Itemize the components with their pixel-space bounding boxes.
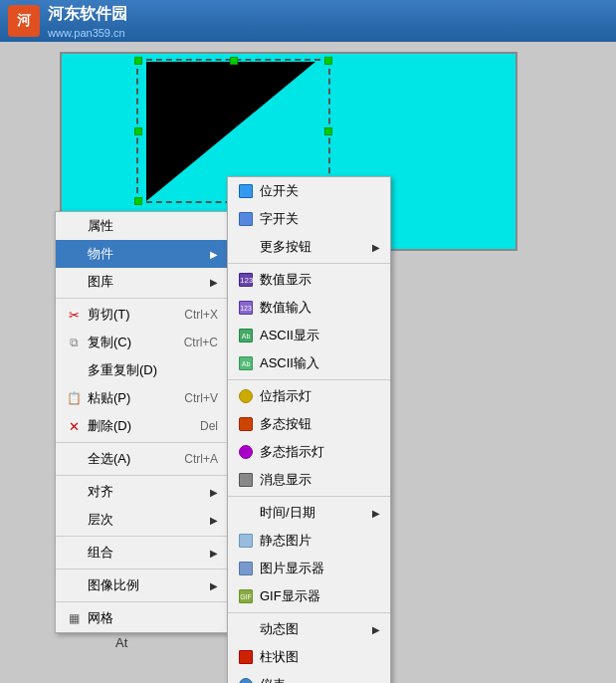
app-title: 河东软件园 xyxy=(48,4,127,25)
handle-tm[interactable] xyxy=(230,57,238,65)
menu-item-bit-lamp[interactable]: 位指示灯 xyxy=(228,382,390,410)
image-viewer-icon xyxy=(238,561,254,576)
multi-button-icon xyxy=(238,416,254,432)
multi-copy-icon xyxy=(66,362,82,378)
menu-item-library[interactable]: 图库 ▶ xyxy=(56,268,228,296)
ascii-display-icon: Ab xyxy=(238,328,254,343)
menu-item-bit-switch[interactable]: 位开关 xyxy=(228,177,390,205)
menu-item-image-scale[interactable]: 图像比例 ▶ xyxy=(56,571,228,599)
menu-item-ascii-display[interactable]: Ab ASCII显示 xyxy=(228,322,390,349)
menu-item-message-display[interactable]: 消息显示 xyxy=(228,466,390,494)
header-bar: 河 河东软件园 www.pan359.cn xyxy=(0,0,616,42)
menu-item-group[interactable]: 组合 ▶ xyxy=(56,539,228,567)
menu-item-meter[interactable]: 仪表 xyxy=(228,671,390,683)
group-icon xyxy=(66,545,82,561)
image-scale-icon xyxy=(66,577,82,593)
sep5 xyxy=(56,569,228,569)
dynamic-chart-icon xyxy=(238,621,254,637)
message-icon xyxy=(238,472,254,488)
menu-item-layer[interactable]: 层次 ▶ xyxy=(56,506,228,534)
word-switch-icon xyxy=(238,211,254,227)
left-context-menu: 属性 物件 ▶ 图库 ▶ ✂ 剪切(T) Ctrl+X ⧉ 复制(C) Ctrl… xyxy=(55,211,229,633)
more-buttons-arrow: ▶ xyxy=(372,242,380,253)
handle-tl[interactable] xyxy=(134,57,142,65)
right-context-menu: 位开关 字开关 更多按钮 ▶ 123 数值显示 123 数值输入 Ab ASCI… xyxy=(227,176,391,683)
menu-item-gif-viewer[interactable]: GIF GIF显示器 xyxy=(228,582,390,610)
menu-item-bar-chart[interactable]: 柱状图 xyxy=(228,643,390,671)
scissors-icon: ✂ xyxy=(66,307,82,323)
select-all-icon xyxy=(66,451,82,467)
library-icon xyxy=(66,274,82,290)
align-arrow: ▶ xyxy=(210,487,218,498)
menu-item-time-date[interactable]: 时间/日期 ▶ xyxy=(228,499,390,527)
app-subtitle: www.pan359.cn xyxy=(48,27,127,39)
image-scale-arrow: ▶ xyxy=(210,580,218,591)
sep1 xyxy=(56,298,228,299)
bar-chart-icon xyxy=(238,649,254,665)
bit-switch-icon xyxy=(238,183,254,199)
menu-item-paste[interactable]: 📋 粘贴(P) Ctrl+V xyxy=(56,384,228,412)
menu-item-multi-lamp[interactable]: 多态指示灯 xyxy=(228,438,390,466)
delete-icon: ✕ xyxy=(66,418,82,434)
ascii-input-icon: Ab xyxy=(238,355,254,371)
layer-arrow: ▶ xyxy=(210,515,218,526)
rsep3 xyxy=(228,496,390,497)
multi-lamp-icon xyxy=(238,444,254,460)
handle-ml[interactable] xyxy=(134,127,142,135)
copy-icon: ⧉ xyxy=(66,335,82,350)
menu-item-multi-copy[interactable]: 多重复制(D) xyxy=(56,356,228,384)
menu-item-object[interactable]: 物件 ▶ xyxy=(56,240,228,268)
rsep1 xyxy=(228,263,390,264)
menu-item-multi-button[interactable]: 多态按钮 xyxy=(228,410,390,438)
sep6 xyxy=(56,601,228,602)
handle-mr[interactable] xyxy=(324,127,332,135)
grid-icon: ▦ xyxy=(66,610,82,626)
menu-item-align[interactable]: 对齐 ▶ xyxy=(56,478,228,506)
handle-bl[interactable] xyxy=(134,197,142,205)
menu-item-more-buttons[interactable]: 更多按钮 ▶ xyxy=(228,233,390,261)
gif-viewer-icon: GIF xyxy=(238,588,254,604)
bit-lamp-icon xyxy=(238,388,254,404)
menu-item-num-display[interactable]: 123 数值显示 xyxy=(228,266,390,294)
canvas-area: 属性 物件 ▶ 图库 ▶ ✂ 剪切(T) Ctrl+X ⧉ 复制(C) Ctrl… xyxy=(0,42,616,683)
menu-item-properties[interactable]: 属性 xyxy=(56,212,228,240)
group-arrow: ▶ xyxy=(210,548,218,559)
menu-item-ascii-input[interactable]: Ab ASCII输入 xyxy=(228,349,390,377)
rsep4 xyxy=(228,612,390,613)
align-icon xyxy=(66,484,82,500)
menu-item-static-image[interactable]: 静态图片 xyxy=(228,527,390,555)
menu-item-grid[interactable]: ▦ 网格 xyxy=(56,604,228,632)
num-display-icon: 123 xyxy=(238,272,254,288)
sep4 xyxy=(56,536,228,537)
menu-item-select-all[interactable]: 全选(A) Ctrl+A xyxy=(56,445,228,473)
handle-tr[interactable] xyxy=(324,57,332,65)
library-arrow: ▶ xyxy=(210,277,218,288)
layer-icon xyxy=(66,512,82,528)
menu-item-image-viewer[interactable]: 图片显示器 xyxy=(228,555,390,582)
more-buttons-icon xyxy=(238,239,254,255)
menu-item-copy[interactable]: ⧉ 复制(C) Ctrl+C xyxy=(56,329,228,356)
time-date-icon xyxy=(238,505,254,521)
menu-item-word-switch[interactable]: 字开关 xyxy=(228,205,390,233)
menu-item-cut[interactable]: ✂ 剪切(T) Ctrl+X xyxy=(56,301,228,329)
menu-item-delete[interactable]: ✕ 删除(D) Del xyxy=(56,412,228,440)
time-date-arrow: ▶ xyxy=(372,508,380,519)
menu-item-num-input[interactable]: 123 数值输入 xyxy=(228,294,390,322)
sep3 xyxy=(56,475,228,476)
static-image-icon xyxy=(238,533,254,549)
num-input-icon: 123 xyxy=(238,300,254,316)
meter-icon xyxy=(238,677,254,683)
rsep2 xyxy=(228,379,390,380)
object-arrow: ▶ xyxy=(210,249,218,260)
sep2 xyxy=(56,442,228,443)
paste-icon: 📋 xyxy=(66,390,82,406)
menu-item-dynamic-chart[interactable]: 动态图 ▶ xyxy=(228,615,390,643)
object-icon xyxy=(66,246,82,262)
properties-icon xyxy=(66,218,82,234)
logo-icon: 河 xyxy=(8,5,40,37)
at-label: At xyxy=(115,635,127,650)
dynamic-chart-arrow: ▶ xyxy=(372,624,380,635)
